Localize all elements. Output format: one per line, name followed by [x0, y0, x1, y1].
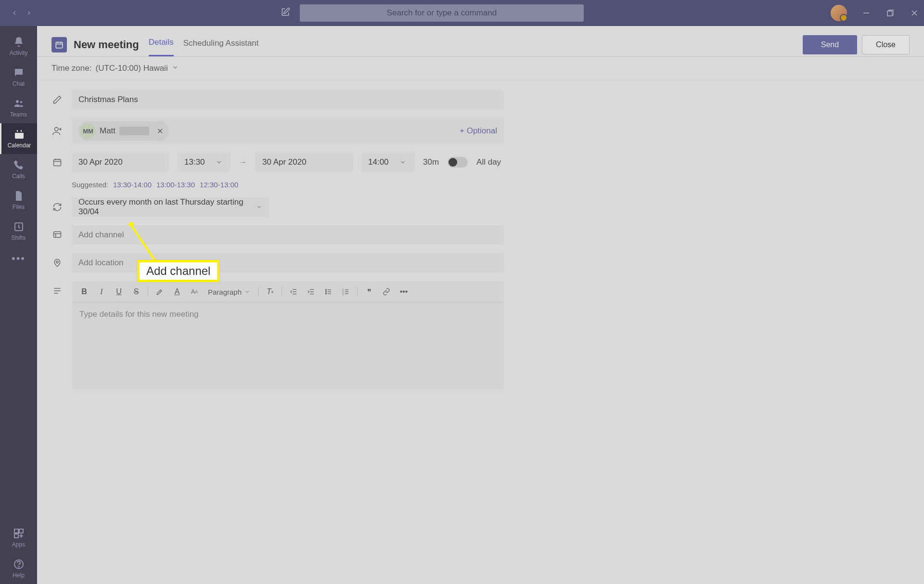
highlight-button[interactable]: [152, 285, 167, 298]
end-time-input[interactable]: 14:00: [361, 153, 414, 172]
svg-point-42: [325, 293, 326, 294]
window-close-icon[interactable]: [910, 10, 919, 16]
font-color-button[interactable]: A: [169, 285, 185, 298]
suggested-label: Suggested:: [72, 181, 108, 189]
location-icon: [51, 258, 63, 268]
attendee-avatar: MM: [80, 123, 96, 139]
svg-point-20: [55, 128, 58, 131]
suggested-slot[interactable]: 13:00-13:30: [156, 181, 195, 189]
chat-icon: [13, 67, 25, 78]
sidebar-item-activity[interactable]: Activity: [0, 31, 37, 62]
add-location-input[interactable]: [72, 253, 504, 273]
sidebar-item-help[interactable]: Help: [0, 553, 37, 584]
sidebar-label: Calendar: [8, 142, 31, 149]
window-minimize-icon[interactable]: [861, 10, 871, 16]
tab-details[interactable]: Details: [149, 33, 174, 56]
svg-point-30: [56, 261, 58, 263]
chevron-down-icon: [172, 64, 179, 73]
chevron-down-icon: [256, 204, 262, 210]
svg-point-41: [325, 291, 326, 292]
paragraph-style-button[interactable]: Paragraph: [204, 288, 254, 296]
chevron-down-icon: [216, 159, 222, 166]
meeting-title-input[interactable]: [72, 90, 504, 109]
svg-point-5: [20, 101, 22, 103]
svg-rect-7: [15, 131, 24, 133]
more-options-button[interactable]: •••: [396, 285, 411, 298]
link-button[interactable]: [379, 285, 394, 298]
font-size-button[interactable]: AA: [187, 285, 202, 298]
svg-rect-23: [54, 159, 61, 166]
clear-formatting-button[interactable]: Tx: [262, 285, 278, 298]
nav-back-icon[interactable]: [10, 8, 19, 18]
attendees-input[interactable]: MM Matt ✕ + Optional: [72, 118, 504, 144]
arrow-right-icon: →: [239, 158, 247, 167]
svg-rect-12: [19, 529, 23, 533]
timezone-selector[interactable]: Time zone: (UTC-10:00) Hawaii: [37, 57, 924, 80]
sidebar-label: Chat: [13, 80, 25, 87]
sidebar-item-teams[interactable]: Teams: [0, 92, 37, 123]
sidebar-label: Activity: [9, 50, 27, 56]
sidebar-label: Calls: [12, 173, 25, 180]
chevron-down-icon: [399, 159, 406, 166]
bullet-list-button[interactable]: [321, 285, 336, 298]
search-input[interactable]: Search for or type a command: [300, 4, 584, 22]
calendar-badge-icon: [51, 37, 67, 52]
outdent-button[interactable]: [286, 285, 301, 298]
sidebar-item-chat[interactable]: Chat: [0, 62, 37, 92]
sidebar-label: Help: [13, 572, 25, 579]
underline-button[interactable]: U: [111, 285, 127, 298]
all-day-label: All day: [476, 157, 501, 167]
rich-text-editor: B I U S A AA Paragraph: [72, 281, 504, 389]
sidebar-item-shifts[interactable]: Shifts: [0, 216, 37, 247]
bold-button[interactable]: B: [77, 285, 92, 298]
sidebar-item-apps[interactable]: Apps: [0, 522, 37, 553]
svg-point-4: [16, 100, 19, 103]
attendee-name: Matt: [100, 126, 116, 136]
window-maximize-icon[interactable]: [886, 10, 895, 16]
add-person-icon: [51, 126, 63, 136]
start-time-input[interactable]: 13:30: [178, 153, 231, 172]
svg-rect-16: [56, 42, 63, 48]
numbered-list-button[interactable]: 123: [338, 285, 353, 298]
content-area: New meeting Details Scheduling Assistant…: [37, 26, 924, 584]
svg-rect-11: [14, 529, 18, 533]
all-day-toggle[interactable]: [448, 157, 468, 168]
start-date-input[interactable]: 30 Apr 2020: [72, 153, 169, 172]
description-icon: [51, 286, 63, 296]
duration-label: 30m: [423, 157, 439, 167]
title-bar: Search for or type a command: [0, 0, 924, 26]
sidebar-label: Apps: [12, 541, 25, 548]
indent-button[interactable]: [303, 285, 319, 298]
sidebar-item-calendar[interactable]: Calendar: [0, 123, 37, 154]
close-button[interactable]: Close: [862, 35, 910, 54]
tab-scheduling-assistant[interactable]: Scheduling Assistant: [183, 34, 259, 56]
svg-text:3: 3: [342, 293, 344, 296]
user-avatar[interactable]: [831, 5, 847, 21]
suggested-slot[interactable]: 13:30-14:00: [113, 181, 152, 189]
svg-point-15: [18, 566, 19, 567]
svg-point-40: [325, 289, 326, 290]
quote-button[interactable]: ❞: [361, 285, 377, 298]
sidebar-label: Shifts: [11, 234, 26, 241]
add-optional-link[interactable]: + Optional: [460, 126, 497, 136]
sidebar-item-files[interactable]: Files: [0, 185, 37, 216]
editor-body[interactable]: Type details for this new meeting: [72, 303, 504, 389]
compose-icon[interactable]: [281, 7, 290, 19]
apps-icon: [13, 528, 25, 539]
suggested-times: Suggested: 13:30-14:00 13:00-13:30 12:30…: [51, 181, 504, 189]
suggested-slot[interactable]: 12:30-13:00: [200, 181, 238, 189]
remove-attendee-icon[interactable]: ✕: [157, 127, 163, 136]
shifts-icon: [13, 221, 25, 233]
svg-rect-13: [14, 534, 18, 538]
strikethrough-button[interactable]: S: [128, 285, 144, 298]
send-button[interactable]: Send: [803, 35, 857, 54]
recurrence-select[interactable]: Occurs every month on last Thursday star…: [72, 197, 269, 217]
phone-icon: [13, 159, 25, 171]
end-date-input[interactable]: 30 Apr 2020: [256, 153, 353, 172]
nav-forward-icon[interactable]: [24, 8, 34, 18]
sidebar-more-icon[interactable]: •••: [12, 247, 26, 271]
annotation-callout: Add channel: [137, 260, 219, 282]
channel-icon: [51, 230, 63, 240]
sidebar-item-calls[interactable]: Calls: [0, 154, 37, 185]
italic-button[interactable]: I: [94, 285, 109, 298]
